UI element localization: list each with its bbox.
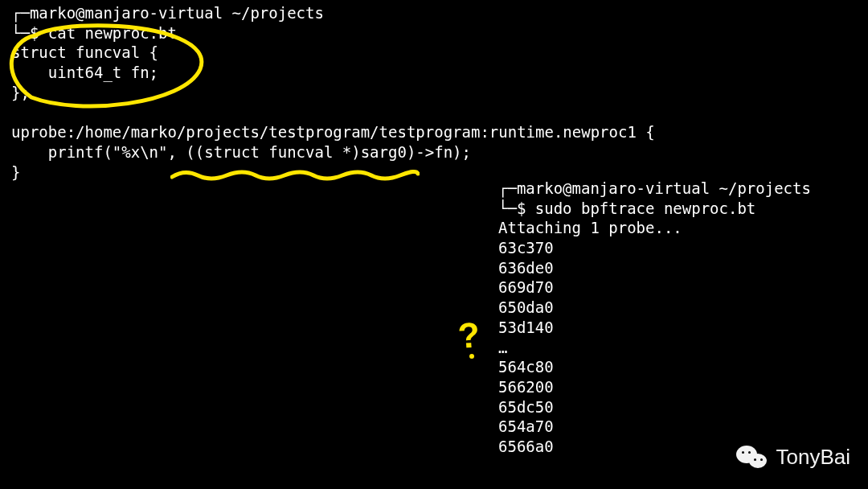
terminal-right[interactable]: ┌─marko@manjaro-virtual ~/projects └─$ s… [498,179,811,457]
watermark-text: TonyBai [776,444,851,471]
watermark: TonyBai [736,444,851,471]
terminal-left[interactable]: ┌─marko@manjaro-virtual ~/projects └─$ c… [11,3,655,182]
wechat-icon [736,444,768,471]
question-mark-annotation: ? [457,311,481,359]
question-mark-dot [469,354,474,359]
